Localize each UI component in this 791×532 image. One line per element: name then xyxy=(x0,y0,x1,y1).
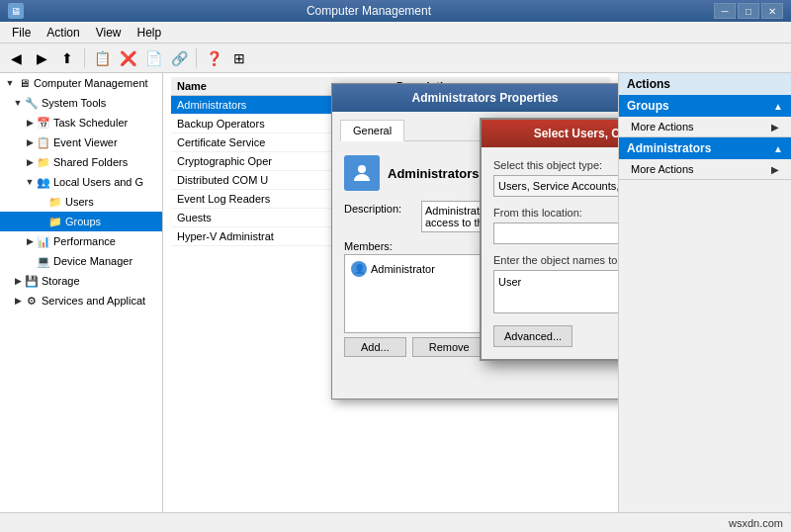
object-name-row: User Check Names xyxy=(493,270,618,313)
admin-name: Administrators xyxy=(388,166,479,181)
tree-item-device-manager[interactable]: ▶ 💻 Device Manager xyxy=(0,251,162,271)
svg-point-0 xyxy=(358,165,366,173)
tree-label: Event Viewer xyxy=(53,136,118,148)
admin-big-icon xyxy=(344,155,380,191)
arrow-icon: ▶ xyxy=(12,275,24,287)
tree-item-computer-mgmt[interactable]: ▼ 🖥 Computer Management xyxy=(0,73,162,93)
member-name: Administrator xyxy=(371,263,435,275)
tree-label: Task Scheduler xyxy=(53,117,128,129)
perf-icon: 📊 xyxy=(36,233,51,249)
actions-section-administrators: Administrators ▲ More Actions ▶ xyxy=(619,137,791,180)
tree-item-storage[interactable]: ▶ 💾 Storage xyxy=(0,271,162,291)
actions-header: Actions xyxy=(619,73,791,95)
advanced-button[interactable]: Advanced... xyxy=(493,325,572,347)
tree-panel: ▼ 🖥 Computer Management ▼ 🔧 System Tools… xyxy=(0,73,163,512)
remove-button[interactable]: Remove xyxy=(412,337,486,357)
toolbar-new[interactable]: 📄 xyxy=(141,46,165,70)
tree-label: Services and Applicat xyxy=(42,295,145,307)
arrow-icon: ▼ xyxy=(12,97,24,109)
tree-item-system-tools[interactable]: ▼ 🔧 System Tools xyxy=(0,93,162,113)
from-location-row: Locations... xyxy=(493,222,618,244)
actions-panel: Actions Groups ▲ More Actions ▶ Administ… xyxy=(618,73,791,512)
select-dialog-buttons: Advanced... OK Cancel xyxy=(493,321,618,347)
app-icon: 🖥 xyxy=(8,3,24,19)
groups-section-title: Groups xyxy=(627,99,669,113)
tree-item-shared-folders[interactable]: ▶ 📁 Shared Folders xyxy=(0,152,162,172)
toolbar-up[interactable]: ⬆ xyxy=(55,46,79,70)
groups-section-header[interactable]: Groups ▲ xyxy=(619,95,791,117)
object-type-input[interactable] xyxy=(493,175,618,197)
toolbar: ◀ ▶ ⬆ 📋 ❌ 📄 🔗 ❓ ⊞ xyxy=(0,44,791,73)
tab-general[interactable]: General xyxy=(340,120,404,141)
dialog-title-text: Administrators Properties xyxy=(411,91,558,105)
admins-section-header[interactable]: Administrators ▲ xyxy=(619,137,791,159)
toolbar-forward[interactable]: ▶ xyxy=(30,46,53,70)
menu-bar: File Action View Help xyxy=(0,22,791,44)
dialog-title-bar: Administrators Properties ? ✕ xyxy=(332,84,618,112)
object-names-label: Enter the object names to select (exampl… xyxy=(493,254,618,266)
close-button[interactable]: ✕ xyxy=(761,3,783,19)
location-input[interactable] xyxy=(493,222,618,244)
folder-icon: 📁 xyxy=(36,154,51,170)
object-type-label: Select this object type: xyxy=(493,159,618,171)
arrow-icon: ▶ xyxy=(12,295,24,307)
tree-item-local-users[interactable]: ▼ 👥 Local Users and G xyxy=(0,172,162,192)
chevron-right-icon: ▶ xyxy=(771,164,779,175)
arrow-icon: ▶ xyxy=(24,156,36,168)
arrow-icon: ▼ xyxy=(24,176,36,188)
menu-file[interactable]: File xyxy=(4,24,39,42)
arrow-icon: ▶ xyxy=(24,235,36,247)
select-dialog-title-bar: Select Users, Computers, Service Account… xyxy=(482,120,618,147)
tree-item-services[interactable]: ▶ ⚙ Services and Applicat xyxy=(0,291,162,310)
toolbar-properties[interactable]: 📋 xyxy=(90,46,114,70)
title-bar: 🖥 Computer Management ─ □ ✕ xyxy=(0,0,791,22)
menu-view[interactable]: View xyxy=(88,24,130,42)
tree-label: Performance xyxy=(53,235,116,247)
toolbar-help[interactable]: ❓ xyxy=(202,46,225,70)
object-name-value: User xyxy=(498,276,521,288)
dialog-buttons: OK xyxy=(332,369,618,399)
maximize-button[interactable]: □ xyxy=(738,3,759,19)
tree-label: Computer Management xyxy=(34,77,148,89)
menu-help[interactable]: Help xyxy=(130,24,170,42)
object-name-area[interactable]: User xyxy=(493,270,618,313)
toolbar-sep-2 xyxy=(196,48,197,68)
toolbar-back[interactable]: ◀ xyxy=(4,46,28,70)
tree-label: Groups xyxy=(65,216,101,227)
tools-icon: 🔧 xyxy=(24,95,40,111)
toolbar-link[interactable]: 🔗 xyxy=(167,46,191,70)
select-users-dialog: Select Users, Computers, Service Account… xyxy=(480,118,618,361)
event-icon: 📋 xyxy=(36,134,51,150)
menu-action[interactable]: Action xyxy=(39,24,87,42)
groups-more-actions[interactable]: More Actions ▶ xyxy=(619,117,791,136)
toolbar-grid[interactable]: ⊞ xyxy=(227,46,251,70)
calendar-icon: 📅 xyxy=(36,115,51,131)
computer-icon: 🖥 xyxy=(16,75,32,91)
add-button[interactable]: Add... xyxy=(344,337,406,357)
chevron-up-icon: ▲ xyxy=(773,101,783,112)
folder-icon: 📁 xyxy=(47,214,63,229)
object-type-row: Object Types... xyxy=(493,175,618,197)
arrow-icon: ▼ xyxy=(4,77,16,89)
tree-item-task-scheduler[interactable]: ▶ 📅 Task Scheduler xyxy=(0,113,162,133)
toolbar-sep-1 xyxy=(84,48,85,68)
folder-icon: 📁 xyxy=(47,194,63,210)
window-title: Computer Management xyxy=(24,4,714,18)
users-icon: 👥 xyxy=(36,174,51,190)
actions-section-groups: Groups ▲ More Actions ▶ xyxy=(619,95,791,137)
tree-label: Device Manager xyxy=(53,255,132,267)
arrow-icon: ▶ xyxy=(24,117,36,129)
admins-section-title: Administrators xyxy=(627,141,711,155)
tree-label: Storage xyxy=(42,275,80,287)
minimize-button[interactable]: ─ xyxy=(714,3,736,19)
tree-item-users[interactable]: ▶ 📁 Users xyxy=(0,192,162,212)
toolbar-delete[interactable]: ❌ xyxy=(116,46,139,70)
chevron-up-icon: ▲ xyxy=(773,143,783,154)
tree-item-performance[interactable]: ▶ 📊 Performance xyxy=(0,231,162,251)
chevron-right-icon: ▶ xyxy=(771,122,779,133)
tree-item-event-viewer[interactable]: ▶ 📋 Event Viewer xyxy=(0,133,162,152)
arrow-icon: ▶ xyxy=(24,136,36,148)
admins-more-actions[interactable]: More Actions ▶ xyxy=(619,159,791,179)
member-icon: 👤 xyxy=(351,261,367,277)
tree-item-groups[interactable]: ▶ 📁 Groups xyxy=(0,212,162,231)
